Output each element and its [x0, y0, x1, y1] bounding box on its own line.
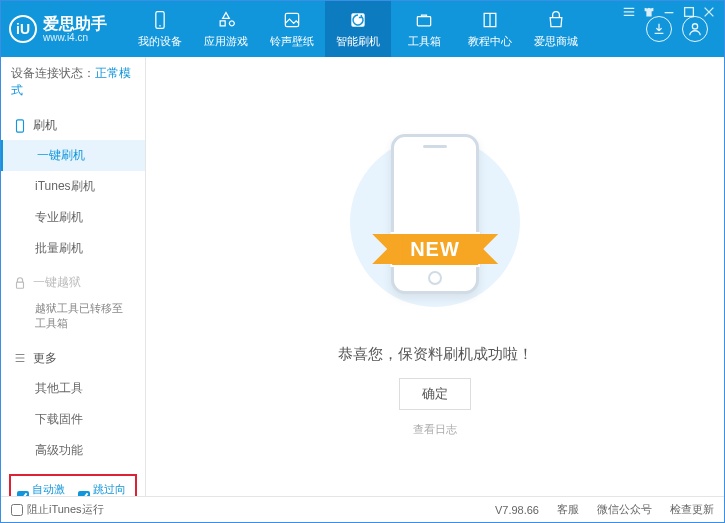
wechat-link[interactable]: 微信公众号: [597, 502, 652, 517]
sidebar-item-other-tools[interactable]: 其他工具: [1, 373, 145, 404]
new-ribbon: NEW: [390, 232, 480, 267]
footer: 阻止iTunes运行 V7.98.66 客服 微信公众号 检查更新: [1, 496, 724, 522]
nav-label: 应用游戏: [204, 34, 248, 49]
svg-rect-9: [17, 282, 24, 288]
nav-ringtones[interactable]: 铃声壁纸: [259, 1, 325, 57]
nav-label: 爱思商城: [534, 34, 578, 49]
block-itunes-checkbox[interactable]: 阻止iTunes运行: [11, 502, 104, 517]
store-icon: [546, 10, 566, 30]
nav-tutorials[interactable]: 教程中心: [457, 1, 523, 57]
book-icon: [480, 10, 500, 30]
sidebar-item-advanced[interactable]: 高级功能: [1, 435, 145, 466]
nav-label: 铃声壁纸: [270, 34, 314, 49]
sidebar: 设备连接状态：正常模式 刷机 一键刷机 iTunes刷机 专业刷机 批量刷机 一…: [1, 57, 146, 496]
nav-label: 工具箱: [408, 34, 441, 49]
svg-rect-8: [17, 119, 24, 131]
section-label: 一键越狱: [33, 274, 81, 291]
svg-point-3: [159, 25, 161, 27]
phone-small-icon: [13, 119, 27, 133]
menu-icon[interactable]: [622, 5, 636, 19]
checkbox-input[interactable]: [11, 504, 23, 516]
svg-rect-4: [285, 13, 298, 26]
ok-button[interactable]: 确定: [399, 378, 471, 410]
check-label: 阻止iTunes运行: [27, 502, 104, 517]
logo-icon: iU: [9, 15, 37, 43]
top-nav: 我的设备 应用游戏 铃声壁纸 智能刷机 工具箱 教程中心: [127, 1, 646, 57]
toolbox-icon: [414, 10, 434, 30]
body: 设备连接状态：正常模式 刷机 一键刷机 iTunes刷机 专业刷机 批量刷机 一…: [1, 57, 724, 496]
nav-label: 智能刷机: [336, 34, 380, 49]
nav-flash[interactable]: 智能刷机: [325, 1, 391, 57]
header: iU 爱思助手 www.i4.cn 我的设备 应用游戏 铃声壁纸 智能刷机: [1, 1, 724, 57]
version-text: V7.98.66: [495, 504, 539, 516]
conn-label: 设备连接状态：: [11, 66, 95, 80]
check-label: 跳过向导: [93, 482, 129, 496]
nav-label: 教程中心: [468, 34, 512, 49]
nav-store[interactable]: 爱思商城: [523, 1, 589, 57]
sidebar-item-oneclick-flash[interactable]: 一键刷机: [1, 140, 145, 171]
check-label: 自动激活: [32, 482, 68, 496]
sidebar-item-download-firmware[interactable]: 下载固件: [1, 404, 145, 435]
main-content: NEW 恭喜您，保资料刷机成功啦！ 确定 查看日志: [146, 57, 724, 496]
check-update-link[interactable]: 检查更新: [670, 502, 714, 517]
apps-icon: [216, 10, 236, 30]
success-message: 恭喜您，保资料刷机成功啦！: [338, 345, 533, 364]
list-icon: [13, 351, 27, 365]
section-jailbreak: 一键越狱: [1, 268, 145, 297]
flash-icon: [348, 10, 368, 30]
logo: iU 爱思助手 www.i4.cn: [9, 15, 107, 43]
customer-service-link[interactable]: 客服: [557, 502, 579, 517]
svg-rect-1: [685, 8, 694, 17]
nav-label: 我的设备: [138, 34, 182, 49]
nav-my-device[interactable]: 我的设备: [127, 1, 193, 57]
nav-toolbox[interactable]: 工具箱: [391, 1, 457, 57]
lock-icon: [13, 276, 27, 290]
header-right-icons: [646, 16, 708, 42]
svg-point-7: [692, 24, 697, 29]
section-flash[interactable]: 刷机: [1, 111, 145, 140]
skip-guide-checkbox[interactable]: 跳过向导: [78, 482, 129, 496]
sidebar-item-pro-flash[interactable]: 专业刷机: [1, 202, 145, 233]
sidebar-item-batch-flash[interactable]: 批量刷机: [1, 233, 145, 264]
sidebar-item-itunes-flash[interactable]: iTunes刷机: [1, 171, 145, 202]
svg-rect-6: [417, 16, 430, 25]
nav-apps[interactable]: 应用游戏: [193, 1, 259, 57]
section-label: 更多: [33, 350, 57, 367]
view-log-link[interactable]: 查看日志: [413, 422, 457, 437]
titlebar-controls: [622, 5, 716, 19]
app-window: iU 爱思助手 www.i4.cn 我的设备 应用游戏 铃声壁纸 智能刷机: [0, 0, 725, 523]
phone-icon: [150, 10, 170, 30]
options-box: 自动激活 跳过向导: [9, 474, 137, 496]
section-more[interactable]: 更多: [1, 344, 145, 373]
phone-graphic: [391, 134, 479, 294]
connection-status: 设备连接状态：正常模式: [1, 57, 145, 107]
success-illustration: NEW: [345, 117, 525, 327]
section-label: 刷机: [33, 117, 57, 134]
wallpaper-icon: [282, 10, 302, 30]
auto-activate-checkbox[interactable]: 自动激活: [17, 482, 68, 496]
svg-rect-0: [665, 12, 674, 13]
user-icon[interactable]: [682, 16, 708, 42]
download-icon[interactable]: [646, 16, 672, 42]
jailbreak-note: 越狱工具已转移至工具箱: [1, 297, 145, 340]
brand-name: 爱思助手: [43, 16, 107, 32]
close-icon[interactable]: [702, 5, 716, 19]
brand-site: www.i4.cn: [43, 32, 107, 43]
